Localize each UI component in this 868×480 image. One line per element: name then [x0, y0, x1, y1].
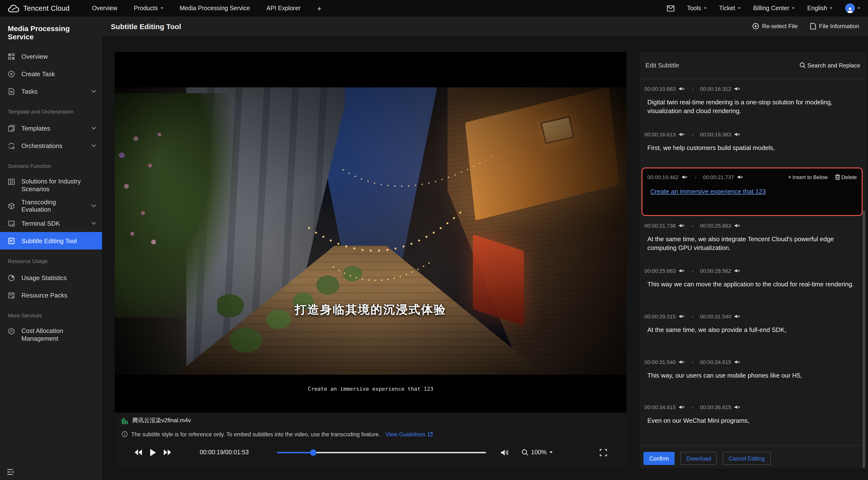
nudge-right-icon[interactable]: ▶ [682, 224, 685, 228]
nudge-left-icon[interactable]: ◀ [734, 314, 737, 318]
entry-start-time: 00:00:25.663 [645, 268, 676, 274]
nudge-left-icon[interactable]: ◀ [678, 314, 681, 318]
fullscreen-icon[interactable] [600, 449, 607, 456]
sidebar-item-usage-statistics[interactable]: Usage Statistics [0, 269, 102, 286]
fast-forward-button[interactable] [163, 449, 172, 455]
sidebar-item-resource-packs[interactable]: Resource Packs [0, 286, 102, 304]
nudge-left-icon[interactable]: ◀ [734, 269, 737, 273]
sidebar-item-terminal-sdk[interactable]: Terminal SDK [0, 214, 102, 232]
info-icon [122, 431, 128, 437]
nudge-left-icon[interactable]: ◀ [734, 87, 737, 91]
tencent-cloud-logo[interactable]: Tencent Cloud [8, 4, 70, 12]
sidebar-item-tasks[interactable]: Tasks [0, 82, 102, 100]
entry-start-time: 00:00:21.738 [645, 223, 676, 229]
entry-text[interactable]: Even on our WeChat Mini programs, [647, 416, 858, 425]
entry-text[interactable]: At the same time, we also integrate Tenc… [647, 235, 858, 252]
delete-entry-button[interactable]: Delete [835, 174, 857, 180]
cube-icon [8, 202, 16, 209]
nudge-right-icon[interactable]: ▶ [685, 175, 688, 179]
nudge-right-icon[interactable]: ▶ [682, 269, 685, 273]
nav-media-processing-service[interactable]: Media Processing Service [180, 5, 250, 12]
nudge-right-icon[interactable]: ▶ [738, 269, 740, 273]
nudge-left-icon[interactable]: ◀ [678, 269, 681, 273]
nudge-right-icon[interactable]: ▶ [738, 314, 740, 318]
nudge-right-icon[interactable]: ▶ [738, 360, 740, 364]
nudge-left-icon[interactable]: ◀ [737, 175, 740, 179]
nav-billing-center[interactable]: Billing Center [753, 5, 795, 12]
nudge-right-icon[interactable]: ▶ [682, 405, 685, 409]
nudge-right-icon[interactable]: ▶ [738, 87, 740, 91]
entry-text[interactable]: This way we can move the application to … [647, 280, 858, 289]
subtitle-panel-header: Edit Subtitle Search and Replace [640, 52, 866, 79]
player-controls: 00:00:19/00:01:53 [122, 445, 620, 460]
sidebar-item-subtitle-editing-tool[interactable]: Subtitle Editing Tool [0, 232, 102, 249]
entry-text[interactable]: At the same time, we also provide a full… [647, 325, 858, 334]
sidebar-item-overview[interactable]: Overview [0, 47, 102, 65]
sidebar-item-templates[interactable]: Templates [0, 119, 102, 137]
nav-ticket[interactable]: Ticket [719, 5, 741, 12]
subtitle-entry: 00:00:34.615 ◀▶ - 00:00:36.815 ◀▶ Even o… [645, 404, 858, 425]
nudge-left-icon[interactable]: ◀ [678, 87, 681, 91]
nudge-right-icon[interactable]: ▶ [682, 314, 685, 318]
progress-handle[interactable] [310, 449, 317, 455]
scrollbar-thumb[interactable] [863, 211, 865, 468]
nav-overview[interactable]: Overview [92, 5, 117, 12]
entry-text[interactable]: Digital twin real-time rendering is a on… [647, 98, 858, 115]
nudge-left-icon[interactable]: ◀ [678, 405, 681, 409]
rewind-button[interactable] [134, 449, 143, 455]
sidebar-item-cost-allocation[interactable]: Cost Allocation Management [0, 323, 102, 346]
nudge-left-icon[interactable]: ◀ [734, 224, 737, 228]
nudge-right-icon[interactable]: ▶ [682, 87, 685, 91]
sidebar-item-create-task[interactable]: Create Task [0, 65, 102, 82]
nudge-left-icon[interactable]: ◀ [678, 224, 681, 228]
nav-tools[interactable]: Tools [687, 5, 706, 12]
insert-to-below-button[interactable]: + Insert to Below [788, 174, 828, 180]
sidebar-item-solutions[interactable]: Solutions for Industry Scenarios [0, 174, 102, 197]
sidebar-item-orchestrations[interactable]: Orchestrations [0, 137, 102, 155]
cancel-editing-button[interactable]: Cancel Editing [723, 452, 771, 465]
download-button[interactable]: Download [681, 452, 717, 465]
entry-end-time: 00:00:21.737 [703, 174, 734, 180]
nudge-left-icon[interactable]: ◀ [681, 175, 684, 179]
nav-products[interactable]: Products [134, 5, 163, 12]
reselect-file-button[interactable]: Re-select File [752, 23, 798, 30]
caret-down-icon [857, 7, 860, 9]
subtitle-entry-active[interactable]: 00:00:19.462 ◀▶ - 00:00:21.737 ◀▶ + Inse… [642, 167, 863, 216]
nudge-left-icon[interactable]: ◀ [734, 133, 737, 136]
file-row: 腾讯云渲染v2final.m4v [122, 416, 620, 425]
entry-text[interactable]: First, we help customers build spatial m… [647, 144, 858, 152]
caret-down-icon [160, 7, 163, 9]
video-container[interactable]: 打造身临其境的沉浸式体验 Create an immersive experie… [115, 52, 626, 413]
nudge-right-icon[interactable]: ▶ [682, 360, 685, 364]
video-caption: Create an immersive experience that 123 [115, 386, 626, 392]
confirm-button[interactable]: Confirm [644, 452, 675, 465]
view-guidelines-link[interactable]: View Guidelines [385, 431, 433, 437]
nudge-left-icon[interactable]: ◀ [734, 405, 737, 409]
nav-language[interactable]: English [807, 5, 833, 12]
nav-api-explorer[interactable]: API Explorer [267, 5, 301, 12]
sidebar-section-more: More Services [0, 304, 102, 323]
play-button[interactable] [150, 449, 156, 456]
mail-icon[interactable] [666, 5, 674, 11]
search-and-replace-button[interactable]: Search and Replace [800, 62, 861, 69]
entry-text[interactable]: This way, our users can use mobile phone… [647, 371, 858, 380]
nudge-right-icon[interactable]: ▶ [740, 175, 743, 179]
account-menu[interactable] [845, 3, 860, 13]
caret-down-icon [792, 7, 795, 9]
nudge-left-icon[interactable]: ◀ [678, 360, 681, 364]
file-information-button[interactable]: File Information [810, 23, 859, 30]
add-tab-button[interactable]: + [317, 4, 321, 12]
sidebar-item-transcoding-evaluation[interactable]: Transcoding Evaluation [0, 197, 102, 214]
nudge-left-icon[interactable]: ◀ [678, 133, 681, 136]
collapse-sidebar-icon[interactable] [7, 469, 14, 475]
entry-text-editing[interactable]: Create an immersive experience that 123 [650, 188, 766, 195]
progress-slider[interactable] [277, 452, 486, 453]
zoom-control[interactable]: 100% [522, 449, 553, 456]
entry-start-time: 00:00:31.540 [645, 359, 676, 365]
nudge-right-icon[interactable]: ▶ [738, 133, 740, 136]
nudge-right-icon[interactable]: ▶ [738, 405, 740, 409]
volume-icon[interactable] [501, 449, 509, 456]
nudge-left-icon[interactable]: ◀ [734, 360, 737, 364]
nudge-right-icon[interactable]: ▶ [682, 133, 685, 136]
nudge-right-icon[interactable]: ▶ [738, 224, 740, 228]
